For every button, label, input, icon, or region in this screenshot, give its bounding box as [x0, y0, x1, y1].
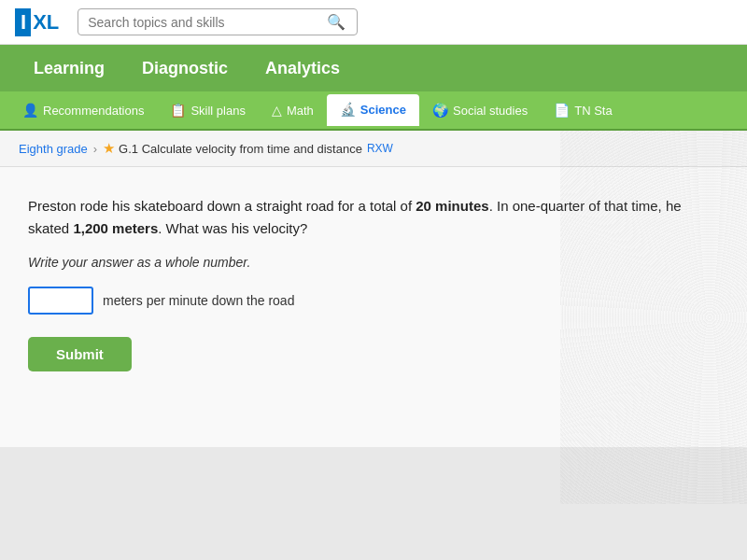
sub-nav: 👤 Recommendations 📋 Skill plans △ Math 🔬… — [0, 91, 747, 131]
breadcrumb-code: RXW — [367, 142, 393, 155]
science-icon: 🔬 — [340, 102, 356, 117]
sub-nav-social-studies-label: Social studies — [453, 104, 528, 118]
breadcrumb: Eighth grade › ★ G.1 Calculate velocity … — [0, 131, 747, 167]
social-studies-icon: 🌍 — [432, 103, 448, 118]
tn-sta-icon: 📄 — [554, 103, 570, 118]
nav-item-analytics[interactable]: Analytics — [247, 48, 359, 90]
sub-nav-social-studies[interactable]: 🌍 Social studies — [419, 95, 541, 125]
nav-item-learning[interactable]: Learning — [15, 48, 123, 90]
recommendations-icon: 👤 — [22, 103, 38, 118]
sub-nav-math-label: Math — [287, 104, 314, 118]
answer-input[interactable] — [28, 287, 93, 315]
search-input[interactable] — [88, 15, 321, 30]
answer-row: meters per minute down the road — [28, 287, 719, 315]
main-content: Preston rode his skateboard down a strai… — [0, 167, 747, 447]
nav-item-diagnostic[interactable]: Diagnostic — [123, 48, 247, 90]
logo-i: I — [15, 8, 31, 36]
logo-xl: XL — [33, 10, 59, 35]
sub-nav-recommendations[interactable]: 👤 Recommendations — [9, 95, 157, 125]
sub-nav-recommendations-label: Recommendations — [43, 104, 144, 118]
sub-nav-science-label: Science — [360, 103, 406, 117]
units-label: meters per minute down the road — [103, 293, 294, 308]
sub-nav-science[interactable]: 🔬 Science — [327, 94, 419, 126]
sub-nav-tn-sta-label: TN Sta — [574, 104, 612, 118]
top-bar: I XL 🔍 — [0, 0, 747, 45]
submit-button[interactable]: Submit — [28, 337, 132, 371]
sub-nav-tn-sta[interactable]: 📄 TN Sta — [541, 95, 625, 125]
sub-nav-skill-plans-label: Skill plans — [190, 104, 246, 118]
instruction-text: Write your answer as a whole number. — [28, 255, 719, 270]
nav-bar: Learning Diagnostic Analytics — [0, 45, 747, 91]
sub-nav-skill-plans[interactable]: 📋 Skill plans — [157, 95, 259, 125]
breadcrumb-separator: › — [93, 142, 97, 156]
search-bar[interactable]: 🔍 — [78, 8, 358, 35]
math-icon: △ — [272, 103, 282, 118]
breadcrumb-skill: G.1 Calculate velocity from time and dis… — [119, 142, 362, 156]
search-icon: 🔍 — [327, 13, 345, 31]
breadcrumb-star-icon: ★ — [103, 140, 115, 157]
skill-plans-icon: 📋 — [170, 103, 186, 118]
sub-nav-math[interactable]: △ Math — [259, 95, 327, 125]
breadcrumb-grade[interactable]: Eighth grade — [19, 142, 88, 156]
logo-area[interactable]: I XL — [15, 8, 59, 36]
question-text: Preston rode his skateboard down a strai… — [28, 195, 719, 240]
